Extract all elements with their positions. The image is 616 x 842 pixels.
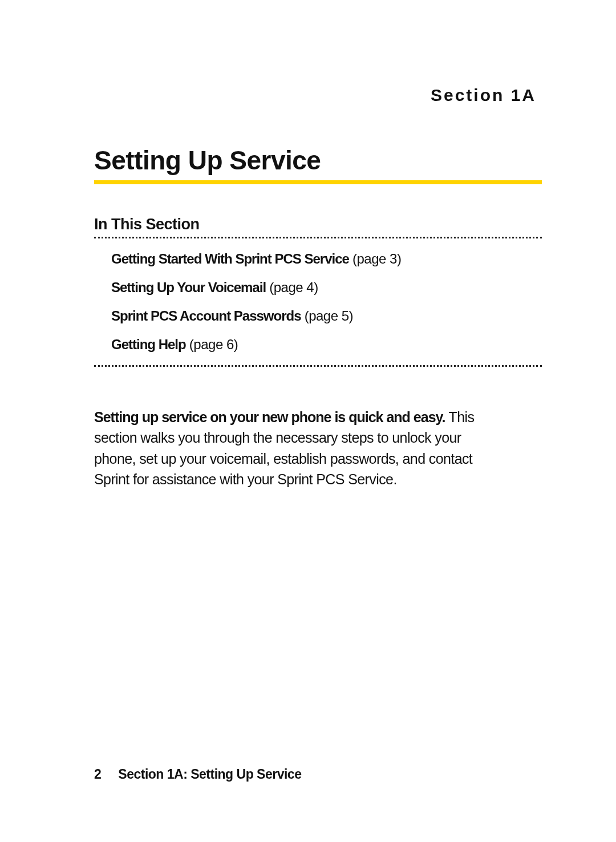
title-underline [94,180,542,184]
toc-item-page: (page 6) [186,337,238,352]
toc-item-title: Setting Up Your Voicemail [111,280,266,295]
page-footer: 2Section 1A: Setting Up Service [94,767,301,782]
toc-item-page: (page 4) [266,280,318,295]
dotted-rule-top [94,237,542,238]
toc-item-title: Sprint PCS Account Passwords [111,308,301,323]
toc-item: Setting Up Your Voicemail (page 4) [111,280,542,295]
dotted-rule-bottom [94,365,542,367]
page-number: 2 [94,767,101,782]
toc-item: Sprint PCS Account Passwords (page 5) [111,308,542,324]
toc-item-title: Getting Started With Sprint PCS Service [111,251,349,266]
document-page: Section 1A Setting Up Service In This Se… [0,0,616,842]
toc-item-title: Getting Help [111,337,186,352]
toc-list: Getting Started With Sprint PCS Service … [94,251,542,353]
section-label: Section 1A [94,86,536,105]
body-paragraph: Setting up service on your new phone is … [94,407,493,489]
toc-item-page: (page 3) [349,251,402,266]
toc-item: Getting Started With Sprint PCS Service … [111,251,542,267]
toc-heading: In This Section [94,216,542,233]
toc-item: Getting Help (page 6) [111,337,542,353]
footer-text: Section 1A: Setting Up Service [118,767,301,782]
body-lead: Setting up service on your new phone is … [94,409,448,425]
toc-item-page: (page 5) [301,308,354,323]
page-title: Setting Up Service [94,145,542,179]
